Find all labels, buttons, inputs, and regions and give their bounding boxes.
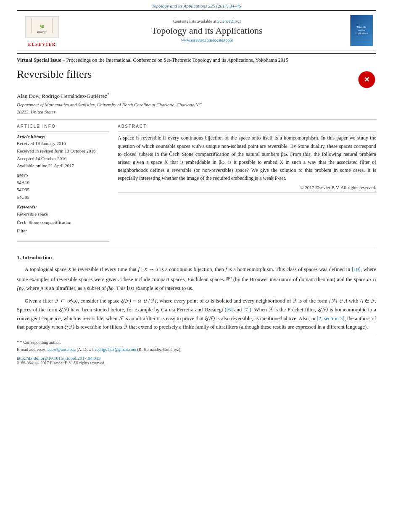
footnote-star-line: * * Corresponding author. <box>17 339 376 346</box>
abstract-box: A space is reversible if every continuou… <box>118 131 376 193</box>
special-issue-bold: Virtual Special Issue <box>17 57 61 63</box>
var-X: X <box>68 266 71 272</box>
page: Topology and its Applications 225 (2017)… <box>0 0 393 532</box>
top-ref-text: Topology and its Applications 225 (2017)… <box>152 3 241 8</box>
bottom-links: http://dx.doi.org/10.1016/j.topol.2017.0… <box>17 356 376 365</box>
svg-text:🌿: 🌿 <box>40 24 44 29</box>
keyword-1: Reversible space <box>17 210 109 219</box>
and-text: and <box>234 307 242 313</box>
func-f: f <box>138 266 140 272</box>
keyword-3: Filter <box>17 227 109 235</box>
xi-F: ξ(ℱ) = ω ∪ {ℱ} <box>121 298 157 304</box>
ref-10[interactable]: [10] <box>352 266 361 272</box>
email-2-name: (R. Hernández-Gutiérrez). <box>137 347 181 352</box>
contents-line: Contents lists available at ScienceDirec… <box>173 19 241 24</box>
received-1: Received 19 January 2016 <box>17 140 109 147</box>
top-journal-ref: Topology and its Applications 225 (2017)… <box>0 0 393 10</box>
special-issue-banner: Virtual Special Issue – Proceedings on t… <box>17 53 376 64</box>
footnote-corresponding: * Corresponding author. <box>20 340 61 345</box>
available-online: Available online 21 April 2017 <box>17 162 109 170</box>
abstract-col: ABSTRACT A space is reversible if every … <box>118 124 376 242</box>
author-names: Alan Dow, Rodrigo Hernández-Gutiérrez <box>17 93 107 99</box>
msc-2: 54D35 <box>17 186 109 194</box>
doi-link[interactable]: http://dx.doi.org/10.1016/j.topol.2017.0… <box>17 356 100 361</box>
msc-label: MSC: <box>17 173 109 178</box>
article-info-box: Article history: Received 19 January 201… <box>17 131 109 242</box>
rn: ℝn <box>225 277 232 282</box>
msc-3: 54G05 <box>17 194 109 201</box>
intro-para-2: Given a filter ℱ ⊂ 𝒫(ω), consider the sp… <box>17 297 376 332</box>
journal-header: 🌿 Elsevier ELSEVIER Contents lists avail… <box>17 10 376 50</box>
xi-F2: ξ(ℱ) <box>59 307 69 313</box>
two-col-section: ARTICLE INFO Article history: Received 1… <box>17 124 376 242</box>
publisher-logo-area: 🌿 Elsevier ELSEVIER <box>17 14 67 47</box>
journal-main-title: Topology and its Applications <box>151 25 262 36</box>
article-info-col: ARTICLE INFO Article history: Received 1… <box>17 124 109 242</box>
history-section: Article history: Received 19 January 201… <box>17 134 109 169</box>
abstract-copyright: © 2017 Elsevier B.V. All rights reserved… <box>118 185 376 190</box>
keywords-label: Keywords: <box>17 204 109 209</box>
article-title: Reversible filters <box>17 68 92 81</box>
xi-F4: ξ(ℱ) <box>205 316 215 321</box>
elsevier-logo-box: 🌿 Elsevier ELSEVIER <box>23 14 61 47</box>
elsevier-logo-icon: 🌿 Elsevier <box>23 14 61 40</box>
affiliation-line1: Department of Mathematics and Statistics… <box>17 102 202 107</box>
main-content: 1. Introduction A topological space X is… <box>17 253 376 332</box>
intro-heading: 1. Introduction <box>17 253 376 262</box>
keywords-list: Reversible space Čech–Stone compactifica… <box>17 210 109 235</box>
footnote-star-symbol: * <box>17 340 19 345</box>
special-issue-rest: – Proceedings on the International Confe… <box>61 57 288 63</box>
doi-line: http://dx.doi.org/10.1016/j.topol.2017.0… <box>17 356 376 361</box>
journal-cover-thumbnail: Topologyand itsApplications <box>347 14 376 47</box>
email-1-link[interactable]: adow@uncc.edu <box>47 347 76 352</box>
func-f2: f <box>225 266 227 272</box>
cover-image-box: Topologyand itsApplications <box>350 15 373 46</box>
received-2: Received in revised form 13 October 2016 <box>17 147 109 155</box>
email-2-link[interactable]: rodrigo.hdz@gmail.com <box>95 347 136 352</box>
footnote-email-line: E-mail addresses: adow@uncc.edu (A. Dow)… <box>17 346 376 353</box>
var-A: A ∈ ℱ <box>360 298 375 304</box>
xi-F3: ξ(ℱ) <box>318 307 328 313</box>
article-title-section: Reversible filters ✕ <box>17 68 376 89</box>
msc-1: 54A10 <box>17 179 109 187</box>
divider-2 <box>17 246 376 246</box>
journal-url[interactable]: www.elsevier.com/locate/topol <box>181 38 233 42</box>
elsevier-brand-text: ELSEVIER <box>23 42 61 47</box>
xi-F5: ξ(ℱ) <box>64 324 74 330</box>
sciencedirect-link[interactable]: ScienceDirect <box>217 19 241 24</box>
svg-text:Elsevier: Elsevier <box>37 30 47 34</box>
abstract-heading: ABSTRACT <box>118 124 376 129</box>
power-omega: 𝒫(ω) <box>67 298 78 304</box>
authors-section: Alan Dow, Rodrigo Hernández-Gutiérrez* <box>17 92 376 100</box>
omega-p: ω ∪ {p} <box>17 277 376 291</box>
contents-available-label: Contents lists available at <box>173 19 216 24</box>
accepted: Accepted 14 October 2016 <box>17 155 109 163</box>
svg-text:✕: ✕ <box>364 76 369 83</box>
article-info-heading: ARTICLE INFO <box>17 124 109 129</box>
omega-2: ω <box>206 298 209 304</box>
journal-url-link[interactable]: www.elsevier.com/locate/topol <box>181 38 233 42</box>
affiliation: Department of Mathematics and Statistics… <box>17 101 376 115</box>
footnotes-area: * * Corresponding author. E-mail address… <box>17 336 376 353</box>
ref-2-section3[interactable]: [2, section 3] <box>317 316 345 321</box>
crossmark-badge-icon[interactable]: ✕ <box>357 70 376 89</box>
journal-title-area: Contents lists available at ScienceDirec… <box>67 14 347 47</box>
ref-7[interactable]: [7] <box>243 307 250 313</box>
bottom-copyright: 0166-8641/© 2017 Elsevier B.V. All right… <box>17 361 376 365</box>
keyword-2: Čech–Stone compactification <box>17 219 109 227</box>
history-label: Article history: <box>17 134 109 139</box>
email-1-name: (A. Dow), <box>77 347 94 352</box>
abstract-text: A space is reversible if every continuou… <box>118 134 376 182</box>
keywords-section: Keywords: Reversible space Čech–Stone co… <box>17 204 109 235</box>
intro-para-1: A topological space X is reversible if e… <box>17 265 376 292</box>
filter-F5: ℱ <box>124 324 128 330</box>
beta-omega: βω <box>107 285 113 291</box>
filter-F: ℱ <box>55 298 59 304</box>
cover-text: Topologyand itsApplications <box>355 26 368 35</box>
email-label: E-mail addresses: <box>17 347 47 352</box>
filter-F2: ℱ <box>293 298 297 304</box>
var-X2: X <box>144 266 148 272</box>
affiliation-line2: 28223, United States <box>17 109 55 114</box>
filter-F3: ℱ <box>269 307 273 313</box>
ref-6[interactable]: [6] <box>227 307 233 313</box>
